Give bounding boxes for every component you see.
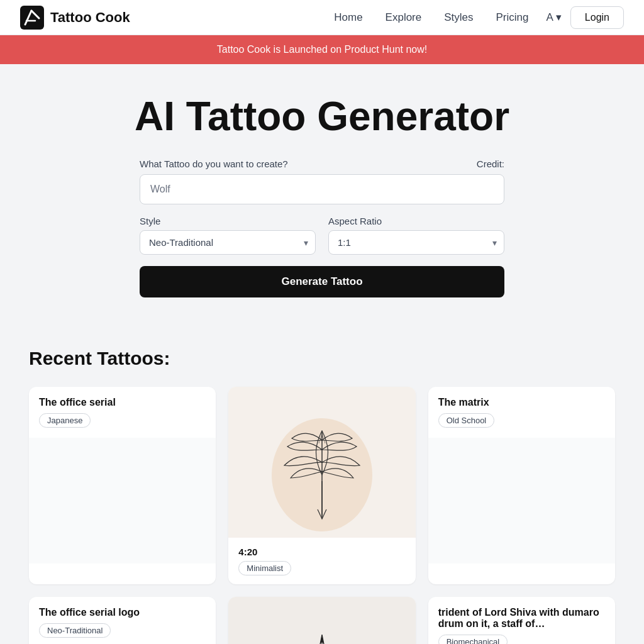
tattoo-question-label: What Tattoo do you want to create? [140, 158, 288, 169]
promo-banner: Tattoo Cook is Launched on Product Hunt … [0, 35, 644, 64]
lang-icon: A [547, 11, 553, 24]
selects-row: Style Neo-Traditional Japanese Minimalis… [140, 216, 504, 255]
card-title: The office serial [39, 397, 206, 408]
card-content: The matrix Old School [428, 387, 615, 438]
banner-text: Tattoo Cook is Launched on Product Hunt … [217, 44, 427, 55]
style-select[interactable]: Neo-Traditional Japanese Minimalist Old … [140, 230, 316, 255]
navbar: Tattoo Cook Home Explore Styles Pricing … [0, 0, 644, 35]
card-image-area [228, 387, 415, 538]
nav-links: Home Explore Styles Pricing [334, 11, 528, 24]
card-image-placeholder [428, 438, 615, 564]
aspect-select[interactable]: 1:1 4:3 3:4 16:9 [328, 230, 504, 255]
card-title: The office serial logo [39, 607, 206, 618]
style-group: Style Neo-Traditional Japanese Minimalis… [140, 216, 316, 255]
nav-explore[interactable]: Explore [386, 11, 422, 24]
language-button[interactable]: A ▾ [547, 11, 562, 24]
tattoo-grid: The office serial Japanese [29, 387, 615, 644]
nav-styles[interactable]: Styles [444, 11, 473, 24]
hero-section: AI Tattoo Generator What Tattoo do you w… [0, 64, 644, 318]
nav-home[interactable]: Home [334, 11, 362, 24]
aspect-group: Aspect Ratio 1:1 4:3 3:4 16:9 [328, 216, 504, 255]
card-tag: Minimalist [238, 561, 291, 575]
tattoo-card[interactable]: The office serial logo Neo-Traditional [29, 597, 216, 644]
card-tag: Japanese [39, 413, 91, 428]
form-top-row: What Tattoo do you want to create? Credi… [140, 158, 504, 169]
logo-link[interactable]: Tattoo Cook [20, 6, 130, 30]
recent-tattoos-section: Recent Tattoos: The office serial Japane… [14, 348, 630, 644]
tattoo-card[interactable]: The office serial Japanese [29, 387, 216, 584]
svg-rect-0 [20, 6, 44, 30]
card-tag: Old School [438, 413, 495, 428]
card-content: The office serial Japanese [29, 387, 216, 438]
card-content: The office serial logo Neo-Traditional [29, 597, 216, 644]
card-tag: Neo-Traditional [39, 623, 111, 638]
tattoo-card[interactable]: The matrix Old School [428, 387, 615, 584]
card-image-placeholder [29, 438, 216, 564]
aspect-label: Aspect Ratio [328, 216, 504, 226]
card-title: The matrix [438, 397, 605, 408]
chevron-down-icon: ▾ [556, 11, 562, 24]
card-title: trident of Lord Shiva with dumaro drum o… [438, 607, 605, 630]
tattoo-card[interactable]: trident of Lord Shiva with dumaro drum o… [428, 597, 615, 644]
logo-icon [20, 6, 44, 30]
recent-title: Recent Tattoos: [29, 348, 615, 369]
generate-button[interactable]: Generate Tattoo [140, 266, 504, 297]
tattoo-card[interactable]: 4:20 Minimalist [228, 387, 415, 584]
nav-pricing[interactable]: Pricing [496, 11, 529, 24]
logo-text: Tattoo Cook [50, 9, 130, 26]
tattoo-form: What Tattoo do you want to create? Credi… [140, 158, 504, 297]
credit-label: Credit: [477, 158, 504, 169]
card-bottom: 4:20 Minimalist [228, 538, 415, 584]
card-tag: Biomechanical [438, 635, 508, 644]
hero-title: AI Tattoo Generator [20, 94, 624, 138]
card-image-area [228, 597, 415, 644]
tattoo-card[interactable] [228, 597, 415, 644]
aspect-select-wrapper: 1:1 4:3 3:4 16:9 [328, 230, 504, 255]
style-select-wrapper: Neo-Traditional Japanese Minimalist Old … [140, 230, 316, 255]
card-content: trident of Lord Shiva with dumaro drum o… [428, 597, 615, 644]
card-title: 4:20 [238, 547, 405, 557]
login-button[interactable]: Login [570, 6, 624, 29]
tattoo-input[interactable] [140, 174, 504, 204]
style-label: Style [140, 216, 316, 226]
